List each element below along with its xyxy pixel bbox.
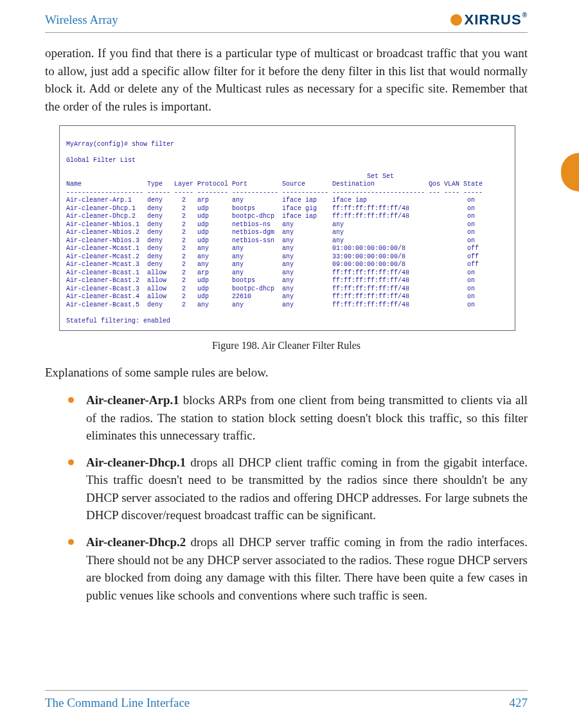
terminal-row: Air-cleaner-Nbios.1 deny 2 udp netbios-n… bbox=[66, 221, 475, 228]
intro-paragraph: operation. If you find that there is a p… bbox=[45, 44, 528, 115]
terminal-footer-line: Stateful filtering: enabled bbox=[66, 317, 170, 324]
terminal-row: Air-cleaner-Nbios.3 deny 2 udp netbios-s… bbox=[66, 237, 475, 244]
header-title: Wireless Array bbox=[45, 13, 118, 27]
terminal-header-top: Set Set bbox=[66, 173, 394, 180]
terminal-row: Air-cleaner-Bcast.2 allow 2 udp bootps a… bbox=[66, 277, 475, 284]
terminal-row: Air-cleaner-Bcast.5 deny 2 any any any f… bbox=[66, 301, 475, 308]
figure-caption: Figure 198. Air Cleaner Filter Rules bbox=[45, 340, 528, 351]
terminal-header-columns: Name Type Layer Protocol Port Source Des… bbox=[66, 181, 483, 188]
brand-registered-icon: ® bbox=[522, 12, 528, 19]
brand-dot-icon bbox=[450, 14, 462, 26]
list-item: Air-cleaner-Dhcp.2 drops all DHCP server… bbox=[72, 533, 528, 604]
footer-section-title: The Command Line Interface bbox=[45, 696, 190, 710]
page-footer: The Command Line Interface 427 bbox=[45, 690, 528, 710]
rules-list: Air-cleaner-Arp.1 blocks ARPs from one c… bbox=[45, 391, 528, 604]
rule-name: Air-cleaner-Dhcp.1 bbox=[86, 456, 186, 469]
terminal-row: Air-cleaner-Bcast.4 allow 2 udp 22610 an… bbox=[66, 293, 475, 300]
rule-name: Air-cleaner-Arp.1 bbox=[86, 393, 179, 407]
terminal-row: Air-cleaner-Nbios.2 deny 2 udp netbios-d… bbox=[66, 229, 475, 236]
terminal-list-title: Global Filter List bbox=[66, 157, 136, 164]
terminal-row: Air-cleaner-Bcast.3 allow 2 udp bootpc-d… bbox=[66, 285, 475, 292]
terminal-row: Air-cleaner-Dhcp.1 deny 2 udp bootps ifa… bbox=[66, 205, 475, 212]
terminal-output: MyArray(config)# show filter Global Filt… bbox=[59, 125, 515, 331]
brand-text: XIRRUS® bbox=[465, 12, 528, 28]
brand-word: XIRRUS bbox=[465, 12, 522, 28]
footer-page-number: 427 bbox=[510, 696, 528, 710]
terminal-header-separator: -------------------- ------ ----- ------… bbox=[66, 189, 483, 196]
list-item: Air-cleaner-Dhcp.1 drops all DHCP client… bbox=[72, 454, 528, 524]
terminal-row: Air-cleaner-Dhcp.2 deny 2 udp bootpc-dhc… bbox=[66, 213, 475, 220]
terminal-row: Air-cleaner-Mcast.2 deny 2 any any any 3… bbox=[66, 253, 479, 260]
terminal-prompt-line: MyArray(config)# show filter bbox=[66, 141, 174, 148]
terminal-row: Air-cleaner-Mcast.3 deny 2 any any any 0… bbox=[66, 261, 479, 268]
terminal-row: Air-cleaner-Arp.1 deny 2 arp any iface i… bbox=[66, 197, 475, 204]
explanations-intro: Explanations of some sample rules are be… bbox=[45, 366, 528, 380]
rule-name: Air-cleaner-Dhcp.2 bbox=[86, 535, 186, 549]
terminal-row: Air-cleaner-Bcast.1 allow 2 arp any any … bbox=[66, 269, 475, 276]
page-header: Wireless Array XIRRUS® bbox=[45, 12, 528, 33]
list-item: Air-cleaner-Arp.1 blocks ARPs from one c… bbox=[72, 391, 528, 445]
section-tab-marker bbox=[561, 153, 579, 191]
brand-logo: XIRRUS® bbox=[450, 12, 528, 28]
terminal-row: Air-cleaner-Mcast.1 deny 2 any any any 0… bbox=[66, 245, 479, 252]
